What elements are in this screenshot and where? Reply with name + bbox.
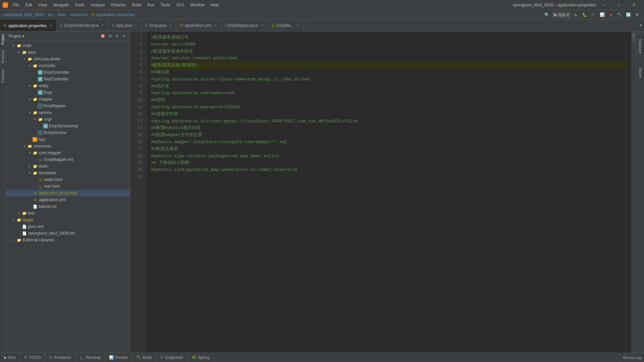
sidebar-label-structure[interactable]: Structure	[0, 47, 6, 66]
tree-item-test[interactable]: ▷ 📁 test	[6, 210, 130, 217]
menu-build[interactable]: Build	[129, 2, 144, 8]
run-with-coverage[interactable]: 🛡	[590, 11, 597, 18]
tree-item-app-class[interactable]: C App	[6, 136, 130, 143]
tree-item-service[interactable]: ▾ 📁 service	[6, 109, 130, 116]
bottom-tab-spring[interactable]: 🌿 Spring	[187, 353, 214, 362]
menu-view[interactable]: View	[36, 2, 50, 8]
breadcrumb-project[interactable]: springboot_ktlx2_0930	[3, 12, 44, 17]
menu-help[interactable]: Help	[208, 2, 222, 8]
tree-item-test-html[interactable]: 🗂 test.html	[6, 183, 130, 190]
run-button[interactable]: ▶	[572, 11, 580, 18]
options-icon[interactable]: ⚙	[114, 33, 120, 39]
debug-button[interactable]: 🐛	[581, 11, 588, 18]
menu-file[interactable]: File	[10, 2, 22, 8]
tab-empma[interactable]: 🗂 EmpMa... ✕	[268, 19, 304, 31]
tab-empcontroller[interactable]: C EmpController.java ✕	[57, 19, 108, 31]
tree-item-pom-xml[interactable]: 📄 pom.xml	[6, 223, 130, 230]
tab-label: application.properties	[8, 23, 47, 28]
tab-close-properties[interactable]: ✕	[48, 23, 53, 28]
bottom-tab-todo[interactable]: ☑ TODO	[20, 353, 45, 362]
tree-item-empcontroller[interactable]: C EmpController	[6, 69, 130, 76]
tree-item-external-libraries[interactable]: ▷ 📁 External Libraries	[6, 237, 130, 243]
maximize-button[interactable]: □	[611, 0, 626, 10]
tab-app[interactable]: C App.java ✕	[108, 19, 142, 31]
tree-item-com-mapper[interactable]: ▾ 📁 com.mapper	[6, 149, 130, 156]
tab-close-app[interactable]: ✕	[133, 23, 138, 28]
scroll-track[interactable]: ✓	[632, 32, 636, 353]
bottom-tab-endpoints[interactable]: ⬡ Endpoints	[156, 353, 187, 362]
event-log-button[interactable]: ℹ Event Log	[620, 353, 644, 362]
menu-code[interactable]: Code	[72, 2, 87, 8]
problems-label: Problems	[54, 355, 71, 360]
menu-run[interactable]: Run	[145, 2, 157, 8]
right-sidebar-maven[interactable]: Maven	[638, 60, 642, 86]
tree-item-testcontroller[interactable]: C TestController	[6, 76, 130, 82]
menu-window[interactable]: Window	[187, 2, 207, 8]
menu-tools[interactable]: Tools	[158, 2, 173, 8]
tree-item-mapper[interactable]: ▾ 📁 mapper	[6, 96, 130, 103]
tree-item-templates[interactable]: ▾ 📁 templates	[6, 170, 130, 176]
bottom-tab-profiler[interactable]: 📊 Profiler	[105, 353, 132, 362]
bottom-tab-build[interactable]: 🔨 Build	[132, 353, 156, 362]
tab-close-yml[interactable]: ✕	[213, 23, 218, 28]
tree-item-banner-txt[interactable]: 📄 banner.txt	[6, 203, 130, 210]
tree-item-iempservice[interactable]: I IEmpService	[6, 129, 130, 136]
stop-button[interactable]: ■	[607, 11, 614, 18]
menu-refactor[interactable]: Refactor	[108, 2, 129, 8]
menu-navigate[interactable]: Navigate	[50, 2, 71, 8]
sync-button[interactable]: 🔄	[625, 11, 632, 18]
hide-icon[interactable]: ✕	[121, 33, 127, 39]
collapse-icon[interactable]: ⊟	[107, 33, 113, 39]
menu-analyze[interactable]: Analyze	[88, 2, 108, 8]
tab-empmapper-java[interactable]: I EmpMapper.java ✕	[221, 19, 268, 31]
tree-item-static[interactable]: ▷ 📁 static	[6, 163, 130, 170]
tab-application-properties[interactable]: ⚙ application.properties ✕	[0, 19, 57, 31]
profile-button[interactable]: 📊	[598, 11, 606, 18]
close-button[interactable]: ✕	[626, 0, 641, 10]
menu-edit[interactable]: Edit	[22, 2, 35, 8]
tree-item-java[interactable]: ▾ 📁 java	[6, 49, 130, 56]
sidebar-label-project[interactable]: Project	[0, 32, 6, 47]
tree-item-target[interactable]: ▷ 📁 target	[6, 217, 130, 223]
breadcrumb-main[interactable]: main	[57, 12, 66, 17]
tree-item-application-yml[interactable]: ⚙ application.yml	[6, 196, 130, 203]
search-button[interactable]: 🔍	[543, 11, 551, 18]
tree-item-com-aaa-demo[interactable]: ▾ 📁 com.aaa.demo	[6, 56, 130, 62]
right-sidebar-database[interactable]: Database	[638, 33, 642, 60]
tab-emp[interactable]: C Emp.java ✕	[142, 19, 176, 31]
tree-item-iml[interactable]: 📄 springboot_ktlx2_0930.iml	[6, 230, 130, 237]
tab-close-emp[interactable]: ✕	[168, 23, 173, 28]
tab-close-empma[interactable]: ✕	[296, 23, 300, 28]
folder-icon-ext-libs: 📁	[16, 237, 22, 243]
build-button[interactable]: 🔨	[616, 11, 623, 18]
locate-icon[interactable]: 🎯	[100, 33, 106, 39]
settings-button[interactable]: ⚙	[633, 11, 641, 18]
tree-item-empmapper-xml[interactable]: 🗂 EmpMapper.xml	[6, 156, 130, 163]
tree-item-empserviceimpl[interactable]: C EmpServiceImpl	[6, 123, 130, 129]
bottom-toolbar: ▶ Run ☑ TODO ⚠ Problems >_ Terminal 📊 Pr…	[0, 353, 644, 362]
tree-item-main[interactable]: ▾ 📁 main	[6, 42, 130, 49]
code-editor[interactable]: #配置服务器端口号 #server.port=8088 #配置服务器请求路径 #…	[147, 32, 632, 353]
tree-item-impl[interactable]: ▾ 📁 impl	[6, 116, 130, 123]
minimize-button[interactable]: ─	[596, 0, 611, 10]
menu-vcs[interactable]: VCS	[173, 2, 187, 8]
tree-item-entity[interactable]: ▾ 📁 entity	[6, 82, 130, 89]
breadcrumb-resources[interactable]: resources	[70, 12, 88, 17]
run-config[interactable]: ▶ App ▾	[552, 12, 571, 18]
tree-item-application-properties[interactable]: ⚙ application.properties	[6, 190, 130, 196]
tree-item-emp[interactable]: C Emp	[6, 89, 130, 96]
tab-application-yml[interactable]: ⚙ application.yml ✕	[176, 19, 221, 31]
bottom-tab-problems[interactable]: ⚠ Problems	[45, 353, 75, 362]
tab-close-empcontroller[interactable]: ✕	[100, 23, 105, 28]
tree-item-resources[interactable]: ▾ 📁 resources	[6, 143, 130, 149]
bottom-tab-run[interactable]: ▶ Run	[0, 353, 20, 362]
sidebar-label-favorites[interactable]: Favorites	[0, 66, 6, 85]
breadcrumb-file[interactable]: application.properties	[96, 12, 135, 17]
bottom-tab-terminal[interactable]: >_ Terminal	[75, 353, 105, 362]
tabs-overflow[interactable]: ▾	[638, 19, 644, 31]
tree-item-index-html[interactable]: 🗂 index.html	[6, 176, 130, 183]
breadcrumb-src[interactable]: src	[48, 12, 53, 17]
tree-item-empmapper-class[interactable]: I EmpMapper	[6, 103, 130, 109]
tree-item-controller[interactable]: ▾ 📁 controller	[6, 62, 130, 69]
tab-close-empmapper-java[interactable]: ✕	[260, 23, 264, 28]
